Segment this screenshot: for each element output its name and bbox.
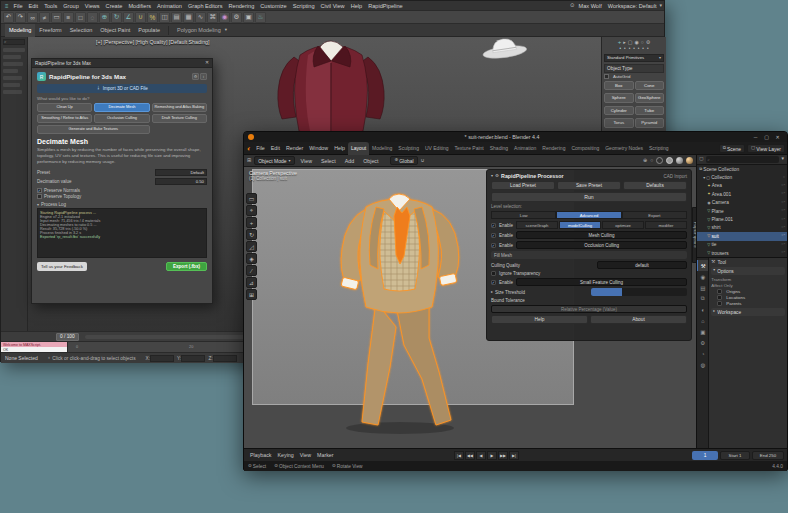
maximize-icon[interactable]: ▢ xyxy=(761,135,772,140)
timeline-menu-view[interactable]: View xyxy=(297,452,314,458)
ribbon-tab-modeling[interactable]: Modeling xyxy=(5,24,35,37)
disclosure-icon[interactable]: ▸ xyxy=(491,290,493,294)
show-gizmo-icon[interactable]: ⊕ xyxy=(643,158,647,163)
render-properties-tab-icon[interactable]: ◉ xyxy=(697,271,708,282)
move-tool-icon[interactable]: + xyxy=(246,217,257,228)
action-generate-bake-button[interactable]: Generate and Bake Textures xyxy=(37,125,150,134)
select-object-icon[interactable]: ▭ xyxy=(51,12,62,23)
max-user-account[interactable]: Max Wolf xyxy=(576,3,605,9)
max-menu-modifiers[interactable]: Modifiers xyxy=(125,3,154,9)
disable-render-icon[interactable]: ▫ xyxy=(784,218,785,222)
action-occlusion-culling-button[interactable]: Occlusion Culling xyxy=(94,114,149,123)
lights-category-icon[interactable]: • xyxy=(629,47,631,52)
world-properties-tab-icon[interactable]: ⌂ xyxy=(697,315,708,326)
display-tab-icon[interactable]: ○ xyxy=(641,40,644,45)
import-file-button[interactable]: ⭳ Import 3D or CAD File xyxy=(37,84,207,93)
outliner-row-collection[interactable]: ▾ ▢ Collection ○ xyxy=(697,173,787,181)
blender-menu-file[interactable]: File xyxy=(253,145,268,151)
autogrid-checkbox[interactable] xyxy=(604,74,609,79)
z-coord-field[interactable] xyxy=(213,355,237,362)
frame-start-field[interactable]: Start 1 xyxy=(720,451,750,460)
blender-menu-help[interactable]: Help xyxy=(331,145,348,151)
transform-tool-icon[interactable]: ◈ xyxy=(246,253,257,264)
scale-tool-icon[interactable]: ◿ xyxy=(246,241,257,252)
close-icon[interactable]: ✕ xyxy=(772,135,783,140)
undo-icon[interactable]: ↶ xyxy=(3,12,14,23)
segment-optimize[interactable]: optimize xyxy=(602,221,644,229)
workspace-tab-modeling[interactable]: Modeling xyxy=(369,142,395,155)
editor-type-icon[interactable]: ⊞ xyxy=(247,158,251,163)
outliner-row-trousers[interactable]: ▽ trousers ○ ▫ xyxy=(697,249,787,257)
outliner-row-tie[interactable]: ▽ tie ○ ▫ xyxy=(697,241,787,249)
disable-render-icon[interactable]: ▫ xyxy=(784,201,785,205)
workspace-tab-compositing[interactable]: Compositing xyxy=(568,142,602,155)
segment-modelculling[interactable]: modelCulling xyxy=(559,221,601,229)
occlusion-culling-field[interactable]: Occlusion Culling xyxy=(516,241,687,249)
disable-render-icon[interactable]: ▫ xyxy=(784,209,785,213)
workspace-tab-rendering[interactable]: Rendering xyxy=(539,142,568,155)
max-menu-animation[interactable]: Animation xyxy=(154,3,185,9)
export-button[interactable]: Export (.fbx) xyxy=(166,262,207,271)
ignore-transparency-checkbox[interactable] xyxy=(491,271,496,276)
viewport-menu-view[interactable]: View xyxy=(298,158,315,164)
max-menu-tools[interactable]: Tools xyxy=(41,3,60,9)
rapidpipeline-dialog-titlebar[interactable]: RapidPipeline for 3ds Max ✕ xyxy=(32,59,212,68)
scene-explorer-row[interactable] xyxy=(3,83,20,87)
preserve-topology-checkbox[interactable] xyxy=(37,194,42,199)
x-coord-field[interactable] xyxy=(150,355,174,362)
segment-scenegraph[interactable]: sceneGraph xyxy=(516,221,558,229)
shapes-category-icon[interactable]: • xyxy=(624,47,626,52)
segment-modifier[interactable]: modifier xyxy=(645,221,687,229)
max-menu-rendering[interactable]: Rendering xyxy=(226,3,258,9)
play-button[interactable]: ▶ xyxy=(487,451,497,460)
motion-tab-icon[interactable]: ◉ xyxy=(634,40,638,45)
unlink-icon[interactable]: ≠ xyxy=(39,12,50,23)
viewport-menu-add[interactable]: Add xyxy=(342,158,357,164)
action-clean-up-button[interactable]: Clean Up xyxy=(37,103,92,112)
play-reverse-button[interactable]: ◀ xyxy=(476,451,486,460)
shading-material-icon[interactable] xyxy=(676,157,683,164)
viewport-menu-select[interactable]: Select xyxy=(318,158,339,164)
annotate-tool-icon[interactable]: ∕ xyxy=(246,265,257,276)
cameras-category-icon[interactable]: • xyxy=(633,47,635,52)
minimize-icon[interactable]: ─ xyxy=(750,135,761,140)
max-viewport-label[interactable]: [+] [Perspective] [High Quality] [Defaul… xyxy=(96,39,210,45)
max-menu-edit[interactable]: Edit xyxy=(26,3,42,9)
material-properties-tab-icon[interactable]: ◍ xyxy=(697,359,708,370)
level-advanced-tab[interactable]: Advanced xyxy=(556,211,621,219)
disable-render-icon[interactable]: ▫ xyxy=(784,243,785,247)
align-icon[interactable]: ▤ xyxy=(171,12,182,23)
view-layer-properties-tab-icon[interactable]: ⧉ xyxy=(697,293,708,304)
primitive-pyramid-button[interactable]: Pyramid xyxy=(635,118,665,128)
scene-explorer-row[interactable] xyxy=(3,69,18,73)
max-menu-rapidpipeline[interactable]: RapidPipeline xyxy=(365,3,406,9)
outliner-row-scene-collection[interactable]: ⧉ Scene Collection xyxy=(697,165,787,173)
utilities-tab-icon[interactable]: ⚙ xyxy=(646,40,650,45)
select-link-icon[interactable]: ∞ xyxy=(27,12,38,23)
max-menu-group[interactable]: Group xyxy=(60,3,82,9)
hierarchy-tab-icon[interactable]: ▢ xyxy=(628,40,633,45)
viewport-menu-object[interactable]: Object xyxy=(360,158,381,164)
process-log-box[interactable]: Starting RapidPipeline process ... Engin… xyxy=(37,208,207,258)
ribbon-tab-object-paint[interactable]: Object Paint xyxy=(96,24,134,37)
particle-properties-tab-icon[interactable]: ◔ xyxy=(697,348,708,359)
shading-wireframe-icon[interactable] xyxy=(656,157,663,164)
scene-properties-tab-icon[interactable]: ◐ xyxy=(697,304,708,315)
action-remeshing-button[interactable]: Remeshing and Atlas Baking xyxy=(152,103,207,112)
blender-menu-window[interactable]: Window xyxy=(306,145,331,151)
feedback-button[interactable]: Tell us your Feedback xyxy=(37,262,87,271)
select-move-icon[interactable]: ⊕ xyxy=(99,12,110,23)
next-keyframe-button[interactable]: ▶▶ xyxy=(498,451,508,460)
timeline-menu-keying[interactable]: Keying xyxy=(275,452,297,458)
blender-titlebar[interactable]: * suit-render.blend - Blender 4.4 ─ ▢ ✕ xyxy=(244,132,787,142)
ribbon-tab-selection[interactable]: Selection xyxy=(66,24,97,37)
select-by-name-icon[interactable]: ≡ xyxy=(63,12,74,23)
primitive-tube-button[interactable]: Tube xyxy=(635,106,665,116)
primitive-box-button[interactable]: Box xyxy=(604,81,634,91)
preserve-normals-checkbox[interactable]: ✓ xyxy=(37,188,42,193)
view-layer-selector[interactable]: ▢ View Layer xyxy=(747,144,785,153)
scene-explorer-row[interactable] xyxy=(3,62,23,66)
space-warps-category-icon[interactable]: • xyxy=(642,47,644,52)
render-icon[interactable]: ♨ xyxy=(255,12,266,23)
maxscript-mini-listener[interactable]: Welcome to MAXScript. OK xyxy=(1,342,67,352)
